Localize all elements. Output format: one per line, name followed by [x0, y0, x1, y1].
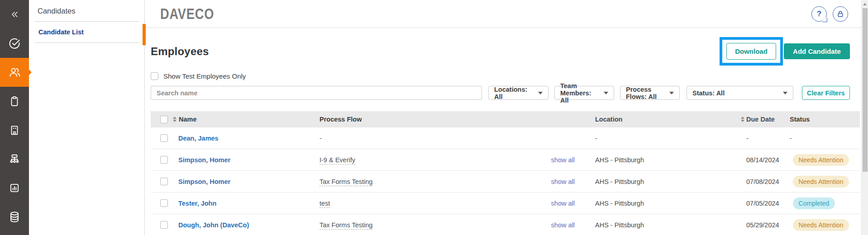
table-row: Tester, John test show all AHS - Pittsbu…	[151, 193, 860, 214]
candidate-name-link[interactable]: Simpson, Homer	[178, 178, 230, 185]
due-date-cell: 05/29/2024	[729, 221, 779, 229]
table-row: Simpson, Homer I-9 & Everify show all AH…	[151, 149, 860, 171]
scroll-up-arrow-icon[interactable]	[863, 3, 867, 5]
process-flow-link[interactable]: Tax Forms Testing	[320, 178, 372, 186]
filter-process-flows[interactable]: Process Flows: All	[620, 86, 680, 100]
collapse-sidebar-button[interactable]	[0, 0, 29, 29]
table-row: Dough, John (DaveCo) Tax Forms Testing s…	[151, 214, 860, 235]
table-row: Simpson, Homer Tax Forms Testing show al…	[151, 171, 860, 193]
candidate-name-link[interactable]: Dean, James	[178, 135, 219, 142]
chevron-down-icon	[604, 92, 608, 94]
sidebar-item-candidates[interactable]	[0, 58, 29, 87]
app: Candidates Candidate List DAVECO ? Emplo…	[0, 0, 868, 235]
search-input[interactable]	[151, 86, 482, 100]
building-icon	[9, 124, 20, 136]
location-cell: AHS - Pittsburgh	[575, 178, 729, 185]
show-all-link[interactable]: show all	[551, 156, 575, 164]
status-badge: Needs Attention	[793, 154, 849, 166]
status-badge: Needs Attention	[793, 176, 849, 188]
employees-content: Employees Download Add Candidate Show Te…	[145, 28, 868, 235]
sort-icon	[173, 117, 176, 122]
check-circle-icon	[8, 37, 21, 50]
column-header-status: Status	[776, 116, 860, 123]
process-flow-link[interactable]: -	[320, 135, 322, 142]
chevron-down-icon	[538, 92, 543, 94]
sidebar-item-forms[interactable]	[0, 87, 29, 116]
sort-icon	[741, 117, 744, 122]
show-test-employees-checkbox[interactable]	[151, 72, 158, 80]
download-button[interactable]: Download	[726, 43, 776, 60]
location-cell: AHS - Pittsburgh	[575, 200, 729, 207]
panel-title: Candidates	[35, 0, 139, 22]
process-flow-link[interactable]: test	[320, 200, 330, 208]
location-cell: AHS - Pittsburgh	[575, 221, 729, 229]
select-all-checkbox[interactable]	[160, 116, 168, 123]
page-title: Employees	[151, 45, 209, 58]
sidebar-item-reports[interactable]	[0, 174, 29, 202]
people-icon	[8, 66, 21, 79]
question-mark-icon: ?	[817, 9, 821, 19]
show-test-employees-label: Show Test Employees Only	[163, 72, 246, 80]
process-flow-link[interactable]: I-9 & Everify	[320, 156, 355, 164]
sidebar-item-candidate-list[interactable]: Candidate List	[35, 22, 139, 43]
process-flow-link[interactable]: Tax Forms Testing	[320, 221, 372, 230]
location-cell: -	[575, 135, 729, 142]
status-badge: -	[790, 135, 792, 142]
filter-locations[interactable]: Locations: All	[488, 86, 548, 100]
sidebar-item-company[interactable]	[0, 116, 29, 145]
candidate-name-link[interactable]: Tester, John	[178, 200, 216, 207]
main-area: DAVECO ? Employees Download Add Candidat…	[145, 0, 868, 235]
row-checkbox[interactable]	[160, 134, 168, 142]
row-checkbox[interactable]	[160, 221, 168, 229]
show-all-link[interactable]: show all	[551, 178, 575, 185]
due-date-cell: 07/05/2024	[729, 200, 779, 207]
candidates-panel: Candidates Candidate List	[29, 0, 145, 235]
column-header-due-date[interactable]: Due Date	[729, 116, 776, 123]
scrollbar-thumb[interactable]	[863, 8, 868, 172]
company-logo: DAVECO	[160, 5, 214, 23]
database-icon	[8, 211, 21, 223]
row-checkbox[interactable]	[160, 156, 168, 164]
table-row: Dean, James - - - -	[151, 127, 860, 149]
due-date-cell: -	[729, 135, 776, 142]
clear-filters-button[interactable]: Clear Filters	[802, 86, 850, 100]
column-header-name[interactable]: Name	[171, 116, 312, 123]
add-candidate-button[interactable]: Add Candidate	[784, 43, 850, 59]
top-header: DAVECO ?	[145, 0, 868, 28]
filter-team-members[interactable]: Team Members: All	[554, 86, 614, 100]
org-chart-icon	[8, 153, 21, 165]
status-badge: Needs Attention	[793, 219, 849, 231]
table-header-row: Name Process Flow Location Due Date Stat…	[151, 111, 860, 127]
lock-button[interactable]	[833, 6, 848, 22]
location-cell: AHS - Pittsburgh	[575, 156, 729, 164]
double-chevron-left-icon	[10, 10, 19, 19]
sidebar-item-data[interactable]	[0, 202, 29, 231]
icon-sidebar	[0, 0, 29, 235]
filter-status[interactable]: Status: All	[687, 86, 793, 100]
bar-chart-icon	[9, 182, 20, 194]
status-badge: Completed	[793, 197, 835, 209]
header-icons: ?	[811, 6, 848, 22]
sidebar-item-tasks[interactable]	[0, 29, 29, 58]
download-annotation-highlight: Download	[720, 37, 783, 66]
panel-scroll-accent	[143, 24, 146, 45]
candidate-name-link[interactable]: Dough, John (DaveCo)	[178, 221, 249, 229]
chevron-down-icon	[783, 92, 787, 94]
clipboard-icon	[9, 95, 20, 107]
column-header-process-flow: Process Flow	[312, 116, 539, 123]
vertical-scrollbar[interactable]	[861, 0, 868, 235]
lock-icon	[836, 10, 844, 18]
employees-table: Name Process Flow Location Due Date Stat…	[151, 111, 860, 235]
column-header-location: Location	[575, 116, 729, 123]
sidebar-item-process-flows[interactable]	[0, 145, 29, 174]
row-checkbox[interactable]	[160, 178, 168, 185]
show-all-link[interactable]: show all	[551, 221, 575, 229]
show-all-link[interactable]: show all	[551, 200, 575, 207]
row-checkbox[interactable]	[160, 199, 168, 207]
help-button[interactable]: ?	[811, 6, 827, 22]
due-date-cell: 08/14/2024	[729, 156, 779, 164]
chevron-down-icon	[669, 92, 674, 94]
candidate-name-link[interactable]: Simpson, Homer	[178, 156, 230, 164]
due-date-cell: 07/08/2024	[729, 178, 779, 185]
table-body: Dean, James - - - - Simpson, Homer I-9 &…	[151, 127, 860, 235]
